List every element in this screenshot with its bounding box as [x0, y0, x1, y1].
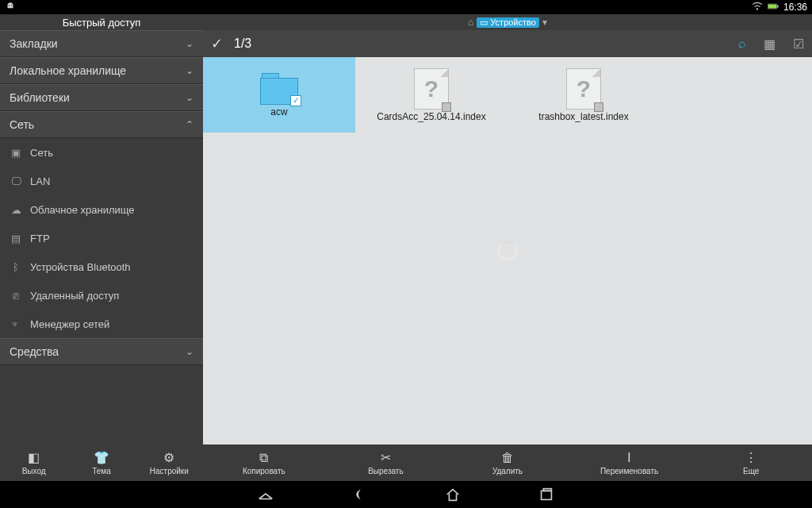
nav-back-button[interactable] — [350, 485, 369, 504]
svg-point-1 — [11, 5, 12, 6]
svg-rect-7 — [543, 489, 551, 491]
location-icon: ⌂ — [468, 17, 473, 28]
status-time: 16:36 — [783, 2, 807, 13]
sidebar: Закладки ⌄ Локальное хранилище ⌄ Библиот… — [0, 30, 203, 444]
exit-icon: ◧ — [28, 451, 40, 465]
svg-point-2 — [756, 8, 758, 10]
cloud-icon: ☁ — [10, 204, 22, 216]
chevron-down-icon: ⌄ — [186, 65, 193, 76]
breadcrumb[interactable]: ⌂ ▭Устройство ▾ — [203, 14, 812, 30]
sidebar-section-bookmarks[interactable]: Закладки ⌄ — [0, 30, 203, 57]
android-status-bar: 16:36 — [0, 0, 812, 14]
selection-count: 1/3 — [234, 37, 251, 51]
wifi-icon: ᯤ — [10, 318, 22, 330]
ftp-icon: ▤ — [10, 233, 22, 244]
sidebar-item-netmgr[interactable]: ᯤ Менеджер сетей — [0, 310, 203, 338]
action-copy[interactable]: ⧉ Копировать — [203, 444, 325, 481]
sidebar-item-cloud[interactable]: ☁ Облачное хранилище — [0, 195, 203, 224]
dropdown-icon: ▾ — [542, 17, 547, 28]
svg-rect-4 — [768, 4, 776, 8]
chevron-down-icon: ⌄ — [186, 38, 193, 49]
file-item-folder[interactable]: ✓ acw — [203, 57, 355, 133]
battery-icon — [768, 2, 779, 13]
action-settings[interactable]: ⚙ Настройки — [136, 444, 203, 481]
remote-icon: ⎚ — [10, 290, 22, 302]
copy-icon: ⧉ — [259, 451, 268, 465]
selection-bar: ✓ 1/3 ⌕ ▦ ☑ — [203, 30, 812, 57]
bluetooth-icon: ᛒ — [10, 261, 22, 273]
checked-icon: ✓ — [290, 95, 301, 106]
chevron-up-icon: ⌃ — [186, 119, 193, 130]
action-more[interactable]: ⋮ Еще — [690, 444, 812, 481]
gear-icon: ⚙ — [163, 451, 174, 465]
folder-icon: ✓ — [260, 73, 298, 105]
file-label: acw — [270, 106, 287, 117]
network-icon: ▣ — [10, 147, 22, 159]
action-delete[interactable]: 🗑 Удалить — [446, 444, 569, 481]
nav-drawer-button[interactable] — [256, 485, 275, 504]
sidebar-item-net[interactable]: ▣ Сеть — [0, 138, 203, 167]
sidebar-section-libraries[interactable]: Библиотеки ⌄ — [0, 84, 203, 111]
sidebar-section-local[interactable]: Локальное хранилище ⌄ — [0, 57, 203, 84]
svg-rect-6 — [542, 491, 552, 499]
confirm-selection-icon[interactable]: ✓ — [211, 35, 223, 52]
android-icon — [5, 2, 16, 13]
rename-icon: Ⅰ — [627, 451, 631, 465]
sidebar-item-remote[interactable]: ⎚ Удаленный доступ — [0, 281, 203, 310]
android-nav-bar — [0, 481, 812, 508]
search-icon[interactable]: ⌕ — [738, 37, 746, 51]
svg-rect-5 — [777, 5, 779, 7]
wifi-icon — [752, 2, 763, 13]
action-cut[interactable]: ✂ Вырезать — [325, 444, 447, 481]
sidebar-title: Быстрый доступ — [0, 14, 203, 30]
svg-point-0 — [9, 5, 10, 6]
file-label: trashbox_latest.index — [538, 111, 628, 122]
loading-spinner-icon — [498, 241, 517, 260]
trash-icon: 🗑 — [501, 451, 514, 465]
action-rename[interactable]: Ⅰ Переименовать — [569, 444, 691, 481]
nav-recent-button[interactable] — [537, 485, 556, 504]
more-icon: ⋮ — [745, 451, 757, 465]
sd-icon: ▭ — [480, 17, 488, 28]
cut-icon: ✂ — [381, 451, 391, 465]
view-mode-icon[interactable]: ▦ — [764, 37, 776, 52]
chevron-down-icon: ⌄ — [186, 92, 193, 103]
chevron-down-icon: ⌄ — [186, 346, 193, 357]
file-item[interactable]: ? trashbox_latest.index — [508, 57, 660, 133]
file-label: CardsAcc_25.04.14.index — [377, 111, 485, 122]
sidebar-section-network[interactable]: Сеть ⌃ — [0, 111, 203, 138]
action-theme[interactable]: 👕 Тема — [67, 444, 135, 481]
sidebar-item-ftp[interactable]: ▤ FTP — [0, 224, 203, 252]
sidebar-item-lan[interactable]: 🖵 LAN — [0, 167, 203, 195]
sidebar-section-tools[interactable]: Средства ⌄ — [0, 338, 203, 365]
action-exit[interactable]: ◧ Выход — [0, 444, 67, 481]
nav-home-button[interactable] — [443, 485, 462, 504]
breadcrumb-device: Устройство — [490, 17, 536, 27]
lan-icon: 🖵 — [10, 175, 22, 187]
file-item[interactable]: ? CardsAcc_25.04.14.index — [355, 57, 508, 133]
unknown-file-icon: ? — [414, 68, 449, 110]
select-all-icon[interactable]: ☑ — [793, 37, 804, 52]
unknown-file-icon: ? — [566, 68, 601, 110]
sidebar-item-bluetooth[interactable]: ᛒ Устройства Bluetooth — [0, 252, 203, 281]
theme-icon: 👕 — [94, 451, 109, 465]
file-grid: ✓ acw ? CardsAcc_25.04.14.index ? — [203, 57, 812, 444]
